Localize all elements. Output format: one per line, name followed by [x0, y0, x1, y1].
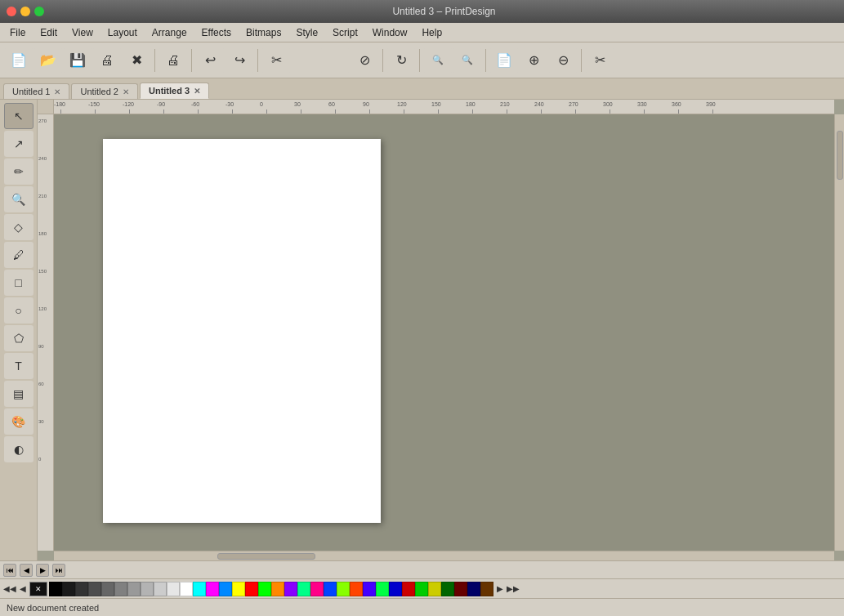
menu-item-bitmaps[interactable]: Bitmaps — [239, 25, 288, 40]
color-swatch[interactable] — [441, 582, 454, 596]
menu-item-help[interactable]: Help — [415, 25, 449, 40]
color-swatch[interactable] — [127, 582, 141, 596]
menu-item-style[interactable]: Style — [289, 25, 324, 40]
text-tool[interactable]: T — [4, 353, 33, 379]
color-swatch[interactable] — [376, 582, 389, 596]
tab-untitled-3[interactable]: Untitled 3✕ — [140, 83, 209, 99]
open-button[interactable]: 📂 — [34, 47, 62, 74]
new-button[interactable]: 📄 — [5, 47, 33, 74]
menu-item-arrange[interactable]: Arrange — [145, 25, 194, 40]
rectangle-tool[interactable]: □ — [4, 270, 33, 296]
color-swatch[interactable] — [206, 582, 219, 596]
delete-button[interactable]: ✖ — [123, 47, 150, 74]
freehand-tool[interactable]: ✏ — [4, 158, 33, 185]
color-swatch[interactable] — [415, 582, 428, 596]
tab-untitled-1[interactable]: Untitled 1✕ — [3, 83, 69, 99]
color-swatch[interactable] — [363, 582, 376, 596]
refresh-button[interactable]: ↻ — [387, 47, 415, 74]
color-swatch[interactable] — [271, 582, 284, 596]
color-swatch[interactable] — [88, 582, 101, 596]
scroll-thumb-horizontal[interactable] — [217, 553, 315, 560]
scrollbar-vertical[interactable] — [834, 114, 844, 551]
color-swatch[interactable] — [219, 582, 232, 596]
zoom-doc-button[interactable]: 📄 — [490, 47, 518, 74]
no-color-swatch[interactable]: ✕ — [29, 582, 47, 596]
color-swatch[interactable] — [297, 582, 310, 596]
scrollbar-horizontal[interactable] — [54, 551, 834, 560]
zoom-100-button[interactable]: ⊖ — [549, 47, 577, 74]
color-swatch[interactable] — [101, 582, 114, 596]
palette-scroll-right[interactable]: ▶▶ — [507, 582, 520, 596]
paste-button[interactable] — [321, 47, 349, 74]
next-page-button[interactable]: ▶ — [36, 564, 49, 577]
palette-scroll-left[interactable]: ◀◀ — [3, 582, 16, 596]
color-swatch[interactable] — [193, 582, 206, 596]
canvas-area[interactable]: -180-150-120-90-60-300306090120150180210… — [38, 100, 844, 560]
table-tool[interactable]: ▤ — [4, 381, 33, 407]
menu-item-script[interactable]: Script — [326, 25, 364, 40]
color-swatch[interactable] — [180, 582, 193, 596]
menu-item-file[interactable]: File — [3, 25, 32, 40]
tab-close-button[interactable]: ✕ — [194, 87, 200, 96]
color-swatch[interactable] — [49, 582, 62, 596]
polygon-tool[interactable]: ⬠ — [4, 325, 33, 351]
close-button[interactable] — [7, 7, 16, 16]
color-swatch[interactable] — [245, 582, 258, 596]
block-button[interactable]: ⊘ — [351, 47, 378, 74]
color-swatch[interactable] — [232, 582, 245, 596]
color-swatch[interactable] — [454, 582, 467, 596]
color-swatch[interactable] — [141, 582, 154, 596]
first-page-button[interactable]: ⏮ — [3, 564, 16, 577]
palette-next[interactable]: ▶ — [493, 582, 507, 596]
palette-prev[interactable]: ◀ — [16, 582, 29, 596]
zoom-out-button[interactable]: 🔍 — [453, 47, 481, 74]
print-button[interactable]: 🖨 — [159, 47, 187, 74]
tab-close-button[interactable]: ✕ — [123, 87, 129, 96]
color-swatch[interactable] — [467, 582, 480, 596]
zoom-in-button[interactable]: 🔍 — [424, 47, 452, 74]
erase-tool[interactable]: ◇ — [4, 214, 33, 240]
menu-item-effects[interactable]: Effects — [195, 25, 238, 40]
color-swatch[interactable] — [402, 582, 415, 596]
menu-item-window[interactable]: Window — [366, 25, 414, 40]
menu-item-edit[interactable]: Edit — [33, 25, 64, 40]
node-tool[interactable]: ↗ — [4, 131, 33, 157]
menu-item-view[interactable]: View — [65, 25, 100, 40]
redo-button[interactable]: ↪ — [226, 47, 253, 74]
print-preview-button[interactable]: 🖨 — [93, 47, 121, 74]
color-swatch[interactable] — [389, 582, 402, 596]
scroll-track-horizontal[interactable] — [54, 552, 834, 560]
maximize-button[interactable] — [34, 7, 44, 16]
scroll-track-vertical[interactable] — [836, 114, 844, 551]
canvas-content[interactable] — [54, 114, 834, 551]
select-tool[interactable]: ↖ — [4, 103, 33, 129]
tools-button[interactable]: ✂ — [586, 47, 614, 74]
color-swatch[interactable] — [310, 582, 324, 596]
color-swatch[interactable] — [258, 582, 271, 596]
color-swatch[interactable] — [337, 582, 350, 596]
color-swatch[interactable] — [428, 582, 441, 596]
color-picker-tool[interactable]: 🎨 — [4, 408, 33, 435]
cut-button[interactable]: ✂ — [262, 47, 290, 74]
minimize-button[interactable] — [20, 7, 30, 16]
menu-item-layout[interactable]: Layout — [101, 25, 144, 40]
zoom-fit-button[interactable]: ⊕ — [520, 47, 547, 74]
pen-tool[interactable]: 🖊 — [4, 242, 33, 268]
save-button[interactable]: 💾 — [64, 47, 92, 74]
color-swatch[interactable] — [62, 582, 75, 596]
color-swatch[interactable] — [284, 582, 297, 596]
zoom-tool[interactable]: 🔍 — [4, 186, 33, 212]
scroll-thumb-vertical[interactable] — [837, 131, 843, 180]
undo-button[interactable]: ↩ — [196, 47, 224, 74]
color-adjust-tool[interactable]: ◐ — [4, 436, 33, 462]
ellipse-tool[interactable]: ○ — [4, 297, 33, 324]
copy-button[interactable] — [292, 47, 319, 74]
color-swatch[interactable] — [324, 582, 337, 596]
prev-page-button[interactable]: ◀ — [20, 564, 33, 577]
tab-untitled-2[interactable]: Untitled 2✕ — [71, 83, 137, 99]
color-swatch[interactable] — [75, 582, 88, 596]
color-swatch[interactable] — [350, 582, 363, 596]
color-swatch[interactable] — [167, 582, 180, 596]
color-swatch[interactable] — [154, 582, 167, 596]
color-swatch[interactable] — [480, 582, 493, 596]
